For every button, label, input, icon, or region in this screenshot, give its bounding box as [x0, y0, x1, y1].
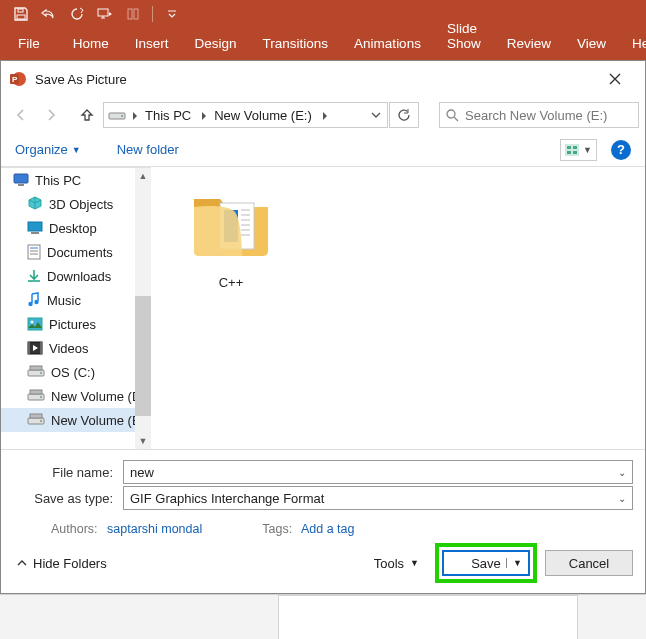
tab-file[interactable]: File	[6, 29, 60, 60]
view-mode-button[interactable]: ▼	[560, 139, 597, 161]
svg-rect-20	[28, 245, 40, 259]
svg-rect-2	[98, 9, 108, 16]
drive-icon	[27, 413, 45, 427]
authors-value[interactable]: saptarshi mondal	[107, 522, 202, 536]
filename-field[interactable]: new ⌄	[123, 460, 633, 484]
tree-item[interactable]: This PC	[1, 168, 151, 192]
tree-item[interactable]: 3D Objects	[1, 192, 151, 216]
filename-label: File name:	[13, 465, 113, 480]
tree-item[interactable]: Music	[1, 288, 151, 312]
svg-rect-39	[30, 414, 42, 418]
scroll-down-icon[interactable]: ▼	[135, 433, 151, 449]
undo-icon[interactable]	[38, 3, 60, 25]
address-bar[interactable]: This PC New Volume (E:)	[103, 102, 388, 128]
filetype-label: Save as type:	[13, 491, 113, 506]
svg-point-25	[34, 300, 38, 304]
save-icon[interactable]	[10, 3, 32, 25]
chevron-down-icon[interactable]	[371, 110, 381, 120]
folder-content[interactable]: C++	[151, 167, 645, 449]
tree-item[interactable]: Pictures	[1, 312, 151, 336]
tree-item[interactable]: Desktop	[1, 216, 151, 240]
qat-customize-icon[interactable]	[161, 3, 183, 25]
svg-point-32	[40, 372, 42, 374]
scroll-up-icon[interactable]: ▲	[135, 168, 151, 184]
tab-animations[interactable]: Animations	[341, 29, 434, 60]
svg-point-9	[121, 115, 123, 117]
svg-rect-19	[31, 232, 39, 234]
drive-icon	[27, 365, 45, 379]
start-from-beginning-icon[interactable]	[94, 3, 116, 25]
svg-rect-0	[17, 15, 25, 19]
tree-item[interactable]: Videos	[1, 336, 151, 360]
tab-design[interactable]: Design	[182, 29, 250, 60]
organize-menu[interactable]: Organize▼	[15, 142, 81, 157]
tab-view[interactable]: View	[564, 29, 619, 60]
svg-rect-29	[28, 342, 30, 354]
back-icon[interactable]	[7, 101, 35, 129]
background-fragment	[0, 594, 646, 639]
scroll-thumb[interactable]	[135, 296, 151, 416]
tree-item[interactable]: New Volume (E:)	[1, 408, 151, 432]
tree-item-label: New Volume (E:)	[51, 413, 149, 428]
powerpoint-icon: P	[9, 70, 27, 88]
save-button-highlight: Save ▼	[435, 543, 537, 583]
tab-insert[interactable]: Insert	[122, 29, 182, 60]
chevron-down-icon[interactable]: ▼	[506, 558, 522, 568]
new-folder-button[interactable]: New folder	[117, 142, 179, 157]
chevron-down-icon[interactable]: ⌄	[618, 493, 626, 504]
chevron-right-icon[interactable]	[199, 108, 206, 123]
tree-item-label: Downloads	[47, 269, 111, 284]
svg-rect-14	[567, 151, 571, 154]
tab-home[interactable]: Home	[60, 29, 122, 60]
chevron-right-icon[interactable]	[130, 108, 137, 123]
dialog-title: Save As Picture	[35, 72, 609, 87]
drive-icon	[108, 108, 126, 122]
up-icon[interactable]	[73, 101, 101, 129]
svg-rect-30	[40, 342, 42, 354]
slide-fragment	[278, 595, 578, 639]
list-item[interactable]: C++	[171, 177, 291, 290]
cancel-button[interactable]: Cancel	[545, 550, 633, 576]
tags-label: Tags:	[262, 522, 292, 536]
search-icon	[446, 109, 459, 122]
tools-menu[interactable]: Tools▼	[374, 556, 419, 571]
dialog-titlebar: P Save As Picture	[1, 61, 645, 97]
hide-folders-button[interactable]: Hide Folders	[17, 556, 107, 571]
breadcrumb-root[interactable]: This PC	[141, 106, 195, 125]
breadcrumb-current[interactable]: New Volume (E:)	[210, 106, 316, 125]
svg-rect-11	[565, 144, 579, 156]
tree-item-label: Music	[47, 293, 81, 308]
ribbon-tabs: File Home Insert Design Transitions Anim…	[0, 27, 646, 60]
redo-icon[interactable]	[66, 3, 88, 25]
forward-icon[interactable]	[37, 101, 65, 129]
tab-slideshow[interactable]: Slide Show	[434, 14, 494, 60]
tree-item[interactable]: New Volume (D:)	[1, 384, 151, 408]
tree-item-label: This PC	[35, 173, 81, 188]
svg-rect-13	[573, 146, 577, 149]
chevron-right-icon[interactable]	[320, 108, 327, 123]
tags-value[interactable]: Add a tag	[301, 522, 355, 536]
qat-disabled-icon	[122, 3, 144, 25]
svg-rect-26	[28, 318, 42, 330]
close-icon[interactable]	[609, 73, 637, 85]
svg-rect-16	[14, 174, 28, 183]
save-button[interactable]: Save ▼	[442, 550, 530, 576]
chevron-down-icon[interactable]: ⌄	[618, 467, 626, 478]
tree-item[interactable]: Downloads	[1, 264, 151, 288]
downloads-icon	[27, 269, 41, 283]
videos-icon	[27, 341, 43, 355]
tab-transitions[interactable]: Transitions	[250, 29, 342, 60]
filetype-field[interactable]: GIF Graphics Interchange Format ⌄	[123, 486, 633, 510]
svg-rect-1	[18, 9, 23, 12]
help-icon[interactable]: ?	[611, 140, 631, 160]
svg-rect-17	[18, 184, 24, 186]
refresh-icon[interactable]	[389, 102, 419, 128]
tab-review[interactable]: Review	[494, 29, 564, 60]
svg-rect-18	[28, 222, 42, 231]
tree-item[interactable]: Documents	[1, 240, 151, 264]
tree-item[interactable]: OS (C:)	[1, 360, 151, 384]
tab-help[interactable]: Help	[619, 29, 646, 60]
svg-point-35	[40, 396, 42, 398]
save-as-dialog: P Save As Picture This PC New Volume (E:…	[0, 60, 646, 594]
search-input[interactable]: Search New Volume (E:)	[439, 102, 639, 128]
